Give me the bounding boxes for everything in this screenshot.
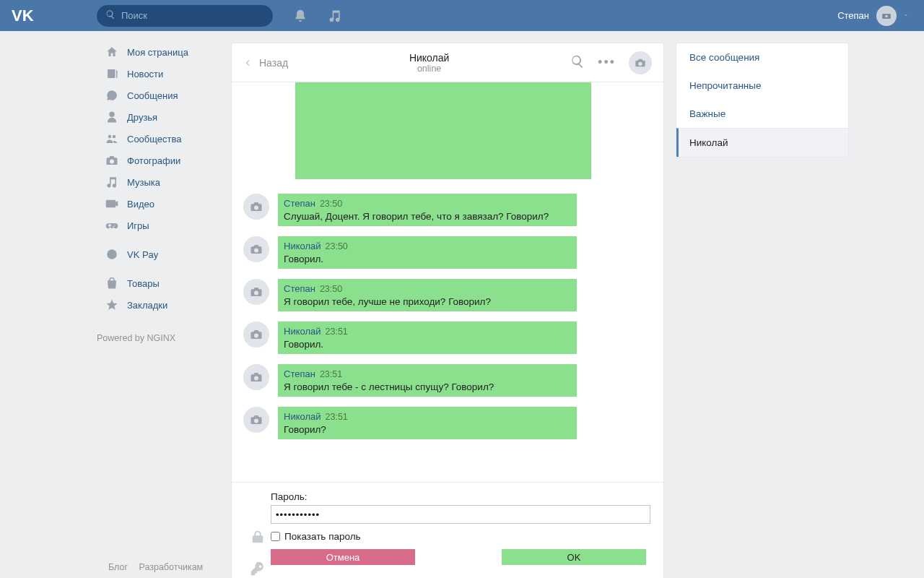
notifications-icon[interactable]: [293, 9, 308, 23]
sidebar-item-label: Видео: [127, 199, 154, 210]
message-bubble: Степан23:50Слушай, Доцент. Я говорил теб…: [278, 194, 577, 226]
back-button[interactable]: Назад: [243, 57, 288, 69]
folder-active[interactable]: Николай: [676, 128, 848, 157]
chevron-left-icon: [243, 59, 252, 67]
message-time: 23:51: [326, 327, 348, 337]
message-bubble: Николай23:50Говорил.: [278, 236, 577, 269]
message-author[interactable]: Степан: [284, 368, 315, 379]
message-avatar[interactable]: [243, 322, 269, 348]
chat-title[interactable]: Николай: [288, 52, 570, 64]
message-author[interactable]: Степан: [284, 198, 315, 209]
folder-all[interactable]: Все сообщения: [676, 43, 848, 72]
back-label: Назад: [259, 57, 288, 69]
message-row[interactable]: Степан23:51Я говорил тебе - с лестницы с…: [243, 364, 652, 397]
chat-panel: Назад Николай online ••• Степан23:50Слуш…: [231, 43, 664, 578]
sidebar-item-label: Фотографии: [127, 155, 180, 166]
search-box[interactable]: [97, 5, 273, 27]
message-text: Я говорил тебе, лучше не приходи? Говори…: [284, 296, 571, 307]
sidebar-item-friends[interactable]: Друзья: [97, 106, 217, 128]
message-row[interactable]: Степан23:50Слушай, Доцент. Я говорил теб…: [243, 194, 652, 226]
sidebar-item-groups[interactable]: Сообщества: [97, 128, 217, 150]
message-row[interactable]: Николай23:51Говорил.: [243, 322, 652, 354]
message-bubble: Степан23:50Я говорил тебе, лучше не прих…: [278, 279, 577, 311]
message-text: Говорил.: [284, 254, 571, 264]
sidebar-item-label: Сообщества: [127, 134, 182, 144]
music-icon[interactable]: [328, 9, 342, 23]
topbar: VK Степан: [0, 0, 924, 31]
chat-body[interactable]: Степан23:50Слушай, Доцент. Я говорил теб…: [232, 82, 663, 482]
home-icon: [105, 46, 123, 59]
message-time: 23:51: [320, 369, 342, 379]
message-selection-block: [295, 82, 591, 179]
user-avatar: [876, 6, 897, 26]
video-icon: [105, 197, 123, 210]
more-icon[interactable]: •••: [598, 55, 616, 70]
sidebar-item-photos[interactable]: Фотографии: [97, 150, 217, 171]
message-text: Слушай, Доцент. Я говорил тебе, что я за…: [284, 211, 571, 222]
sidebar-item-games[interactable]: Игры: [97, 215, 217, 236]
show-password-label: Показать пароль: [284, 531, 361, 542]
message-bubble: Николай23:51Говорил.: [278, 322, 577, 354]
vk-logo[interactable]: VK: [12, 7, 97, 25]
message-icon: [105, 89, 123, 102]
message-author[interactable]: Николай: [284, 411, 321, 422]
sidebar-item-market[interactable]: Товары: [97, 272, 217, 294]
message-time: 23:50: [320, 284, 342, 294]
cancel-button[interactable]: Отмена: [271, 549, 415, 565]
message-author[interactable]: Николай: [284, 241, 321, 251]
groups-icon: [105, 132, 123, 145]
chat-header: Назад Николай online •••: [232, 43, 663, 82]
sidebar-item-label: Сообщения: [127, 90, 178, 101]
message-avatar[interactable]: [243, 407, 269, 433]
key-icon: [250, 561, 266, 578]
message-text: Говорил.: [284, 339, 571, 350]
show-password-input[interactable]: [271, 532, 280, 541]
sidebar-item-vkpay[interactable]: VK Pay: [97, 243, 217, 265]
message-avatar[interactable]: [243, 194, 269, 220]
message-avatar[interactable]: [243, 364, 269, 390]
folder-important[interactable]: Важные: [676, 100, 848, 128]
sidebar-item-video[interactable]: Видео: [97, 193, 217, 215]
user-icon: [105, 111, 123, 124]
sidebar-item-label: Новости: [127, 69, 163, 79]
bag-icon: [105, 277, 123, 290]
message-author[interactable]: Николай: [284, 326, 321, 337]
search-in-chat-icon[interactable]: [570, 54, 585, 72]
pay-icon: [105, 248, 123, 261]
sidebar-item-label: Друзья: [127, 112, 157, 123]
lock-icon: [250, 529, 266, 548]
sidebar-item-messages[interactable]: Сообщения: [97, 85, 217, 106]
message-avatar[interactable]: [243, 236, 269, 262]
message-author[interactable]: Степан: [284, 283, 315, 294]
folders-panel: Все сообщения Непрочитанные Важные Никол…: [676, 43, 849, 158]
sidebar: Моя страница Новости Сообщения Друзья Со…: [97, 31, 217, 578]
chat-status: online: [288, 64, 570, 74]
user-menu[interactable]: Степан: [837, 6, 910, 26]
message-text: Говорил?: [284, 424, 571, 435]
sidebar-item-my-page[interactable]: Моя страница: [97, 41, 217, 63]
sidebar-item-label: Игры: [127, 220, 149, 231]
password-panel: Пароль: Показать пароль Отмена OK: [232, 482, 663, 578]
sidebar-item-bookmarks[interactable]: Закладки: [97, 294, 217, 316]
password-input[interactable]: [271, 505, 650, 524]
sidebar-item-label: Музыка: [127, 177, 160, 188]
page: Моя страница Новости Сообщения Друзья Со…: [0, 31, 924, 578]
search-input[interactable]: [121, 10, 251, 21]
folder-unread[interactable]: Непрочитанные: [676, 72, 848, 100]
sidebar-item-news[interactable]: Новости: [97, 63, 217, 85]
sidebar-item-music[interactable]: Музыка: [97, 171, 217, 193]
sidebar-item-label: Товары: [127, 278, 160, 289]
camera-icon: [105, 154, 123, 167]
footer-dev-link[interactable]: Разработчикам: [139, 562, 204, 572]
search-icon: [105, 9, 116, 22]
message-row[interactable]: Николай23:50Говорил.: [243, 236, 652, 269]
chat-peer-avatar[interactable]: [629, 51, 652, 74]
message-row[interactable]: Степан23:50Я говорил тебе, лучше не прих…: [243, 279, 652, 311]
show-password-checkbox[interactable]: Показать пароль: [271, 531, 650, 542]
ok-button[interactable]: OK: [502, 549, 646, 565]
footer-blog-link[interactable]: Блог: [108, 562, 128, 572]
message-row[interactable]: Николай23:51Говорил?: [243, 407, 652, 439]
svg-point-1: [107, 249, 117, 259]
message-time: 23:50: [326, 241, 348, 251]
message-avatar[interactable]: [243, 279, 269, 305]
